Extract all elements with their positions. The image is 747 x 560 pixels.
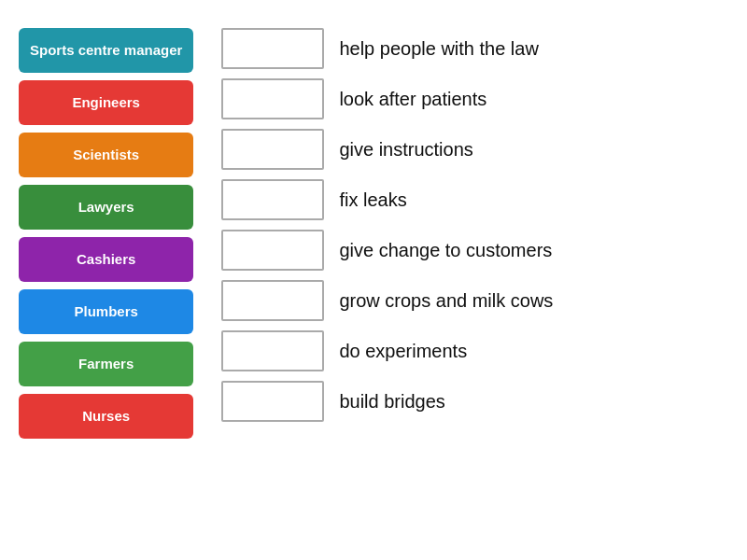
drop-box-task-2[interactable] (221, 78, 324, 119)
task-row-task-8: build bridges (221, 381, 728, 422)
drop-box-task-3[interactable] (221, 129, 324, 170)
task-row-task-3: give instructions (221, 129, 728, 170)
job-btn-lawyers[interactable]: Lawyers (19, 185, 193, 230)
drop-box-task-7[interactable] (221, 330, 324, 371)
job-btn-cashiers[interactable]: Cashiers (19, 237, 193, 282)
drop-box-task-4[interactable] (221, 179, 324, 220)
task-text-task-3: give instructions (339, 139, 472, 161)
job-buttons-panel: Sports centre managerEngineersScientists… (19, 28, 193, 439)
task-text-task-2: look after patients (339, 89, 486, 110)
task-text-task-1: help people with the law (339, 38, 538, 60)
drop-box-task-5[interactable] (221, 230, 324, 271)
tasks-panel: help people with the lawlook after patie… (221, 28, 728, 422)
task-text-task-8: build bridges (339, 391, 444, 413)
task-text-task-5: give change to customers (339, 240, 552, 261)
task-text-task-4: fix leaks (339, 189, 406, 211)
task-row-task-4: fix leaks (221, 179, 728, 220)
job-btn-sports-centre-manager[interactable]: Sports centre manager (19, 28, 193, 73)
task-text-task-7: do experiments (339, 341, 467, 362)
drop-box-task-1[interactable] (221, 28, 324, 69)
job-btn-farmers[interactable]: Farmers (19, 342, 193, 386)
job-btn-nurses[interactable]: Nurses (19, 394, 193, 439)
task-row-task-1: help people with the law (221, 28, 728, 69)
task-text-task-6: grow crops and milk cows (339, 290, 553, 312)
job-btn-engineers[interactable]: Engineers (19, 80, 193, 125)
drop-box-task-8[interactable] (221, 381, 324, 422)
task-row-task-2: look after patients (221, 78, 728, 119)
task-row-task-7: do experiments (221, 330, 728, 371)
drop-box-task-6[interactable] (221, 280, 324, 321)
job-btn-plumbers[interactable]: Plumbers (19, 289, 193, 334)
task-row-task-6: grow crops and milk cows (221, 280, 728, 321)
job-btn-scientists[interactable]: Scientists (19, 133, 193, 177)
task-row-task-5: give change to customers (221, 230, 728, 271)
